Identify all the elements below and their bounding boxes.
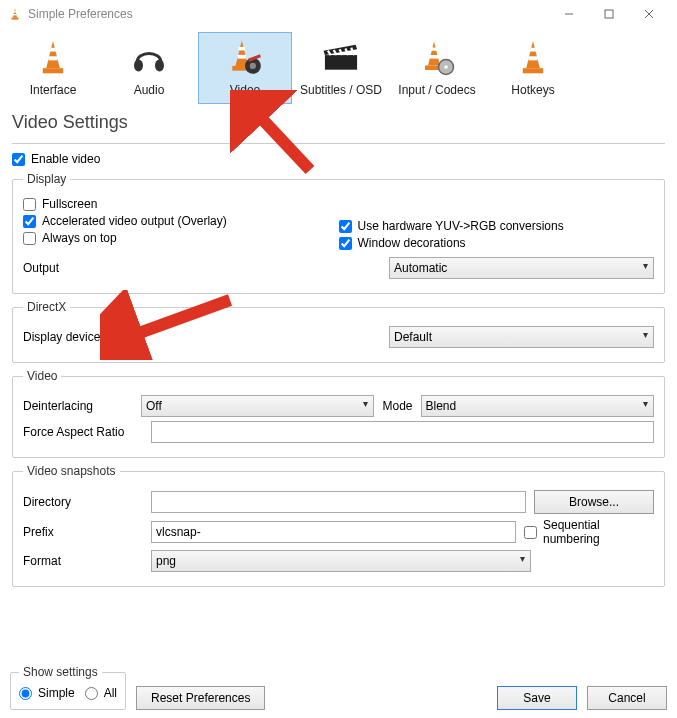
- svg-point-16: [250, 63, 256, 69]
- all-radio[interactable]: All: [85, 686, 117, 700]
- format-select[interactable]: png: [151, 550, 531, 572]
- cone-icon: [36, 37, 70, 79]
- tab-audio[interactable]: Audio: [102, 32, 196, 104]
- tab-label: Input / Codecs: [398, 83, 475, 97]
- show-settings-legend: Show settings: [19, 665, 102, 679]
- prefix-label: Prefix: [23, 525, 143, 539]
- svg-rect-25: [530, 48, 537, 52]
- yuv-label: Use hardware YUV->RGB conversions: [358, 219, 564, 233]
- cone-film-icon: [226, 37, 264, 79]
- deinterlacing-select[interactable]: Off: [141, 395, 374, 417]
- headphones-icon: [131, 37, 167, 79]
- vlc-cone-icon: [8, 7, 22, 21]
- display-device-select[interactable]: Default: [389, 326, 654, 348]
- windeco-input[interactable]: [339, 237, 352, 250]
- fullscreen-input[interactable]: [23, 198, 36, 211]
- svg-rect-9: [48, 56, 57, 60]
- display-group: Display Fullscreen Accelerated video out…: [12, 172, 665, 294]
- minimize-button[interactable]: [549, 0, 589, 28]
- directx-group: DirectX Display device Default: [12, 300, 665, 363]
- fullscreen-checkbox[interactable]: Fullscreen: [23, 197, 339, 211]
- directory-label: Directory: [23, 495, 143, 509]
- svg-rect-18: [325, 55, 357, 70]
- tab-label: Hotkeys: [511, 83, 554, 97]
- accel-input[interactable]: [23, 215, 36, 228]
- directx-legend: DirectX: [23, 300, 70, 314]
- cone-disc-icon: [419, 37, 455, 79]
- maximize-button[interactable]: [589, 0, 629, 28]
- cancel-button[interactable]: Cancel: [587, 686, 667, 710]
- tab-interface[interactable]: Interface: [6, 32, 100, 104]
- mode-label: Mode: [382, 399, 412, 413]
- prefs-toolbar: Interface Audio Video Subtitles / OSD In…: [0, 28, 677, 108]
- yuv-checkbox[interactable]: Use hardware YUV->RGB conversions: [339, 219, 655, 233]
- display-device-label: Display device: [23, 330, 133, 344]
- enable-video-checkbox[interactable]: Enable video: [12, 152, 665, 166]
- tab-hotkeys[interactable]: Hotkeys: [486, 32, 580, 104]
- all-radio-label: All: [104, 686, 117, 700]
- reset-button[interactable]: Reset Preferences: [136, 686, 265, 710]
- aspect-label: Force Aspect Ratio: [23, 425, 143, 439]
- ontop-input[interactable]: [23, 232, 36, 245]
- output-select[interactable]: Automatic: [389, 257, 654, 279]
- save-button[interactable]: Save: [497, 686, 577, 710]
- sequential-input[interactable]: [524, 526, 537, 539]
- titlebar: Simple Preferences: [0, 0, 677, 28]
- svg-rect-1: [14, 11, 17, 12]
- svg-point-10: [134, 60, 143, 72]
- svg-rect-13: [239, 47, 245, 50]
- divider: [12, 143, 665, 144]
- simple-radio-input[interactable]: [19, 687, 32, 700]
- cone-icon: [516, 37, 550, 79]
- snapshots-legend: Video snapshots: [23, 464, 120, 478]
- show-settings-group: Show settings Simple All: [10, 665, 126, 710]
- simple-radio[interactable]: Simple: [19, 686, 75, 700]
- output-label: Output: [23, 261, 133, 275]
- yuv-input[interactable]: [339, 220, 352, 233]
- ontop-checkbox[interactable]: Always on top: [23, 231, 339, 245]
- accel-checkbox[interactable]: Accelerated video output (Overlay): [23, 214, 339, 228]
- svg-rect-21: [430, 55, 438, 59]
- svg-rect-14: [238, 55, 247, 59]
- display-legend: Display: [23, 172, 70, 186]
- footer: Show settings Simple All Reset Preferenc…: [10, 665, 667, 710]
- close-button[interactable]: [629, 0, 669, 28]
- tab-subtitles[interactable]: Subtitles / OSD: [294, 32, 388, 104]
- prefix-input[interactable]: [151, 521, 516, 543]
- format-label: Format: [23, 554, 143, 568]
- svg-rect-4: [605, 10, 613, 18]
- svg-rect-26: [528, 56, 537, 60]
- svg-rect-20: [431, 48, 437, 51]
- aspect-input[interactable]: [151, 421, 654, 443]
- directory-input[interactable]: [151, 491, 526, 513]
- sequential-checkbox[interactable]: Sequential numbering: [524, 518, 654, 546]
- fullscreen-label: Fullscreen: [42, 197, 97, 211]
- svg-rect-24: [523, 68, 543, 73]
- all-radio-input[interactable]: [85, 687, 98, 700]
- svg-rect-7: [43, 68, 63, 73]
- page-title: Video Settings: [0, 108, 677, 139]
- window-title: Simple Preferences: [28, 7, 549, 21]
- video-group: Video Deinterlacing Off Mode Blend Force…: [12, 369, 665, 458]
- tab-label: Subtitles / OSD: [300, 83, 382, 97]
- svg-point-11: [155, 60, 164, 72]
- mode-select[interactable]: Blend: [421, 395, 654, 417]
- clapper-icon: [322, 37, 360, 79]
- simple-radio-label: Simple: [38, 686, 75, 700]
- enable-video-input[interactable]: [12, 153, 25, 166]
- sequential-label: Sequential numbering: [543, 518, 654, 546]
- windeco-checkbox[interactable]: Window decorations: [339, 236, 655, 250]
- svg-rect-2: [13, 14, 17, 15]
- tab-label: Video: [230, 83, 260, 97]
- snapshots-group: Video snapshots Directory Browse... Pref…: [12, 464, 665, 587]
- video-legend: Video: [23, 369, 61, 383]
- enable-video-label: Enable video: [31, 152, 100, 166]
- tab-label: Audio: [134, 83, 165, 97]
- tab-video[interactable]: Video: [198, 32, 292, 104]
- svg-rect-0: [12, 18, 19, 20]
- svg-point-23: [444, 65, 448, 69]
- browse-button[interactable]: Browse...: [534, 490, 654, 514]
- tab-input-codecs[interactable]: Input / Codecs: [390, 32, 484, 104]
- deinterlacing-label: Deinterlacing: [23, 399, 133, 413]
- svg-rect-8: [50, 48, 57, 52]
